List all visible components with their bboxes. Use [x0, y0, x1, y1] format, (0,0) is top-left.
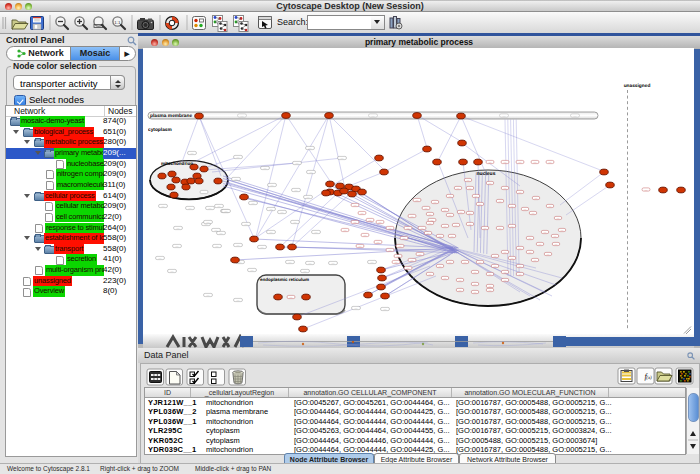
svg-text:(x): (x) [646, 375, 652, 381]
svg-text:nucleus: nucleus [477, 171, 496, 177]
svg-text:cytoplasm: cytoplasm [148, 127, 172, 133]
svg-text:unassigned: unassigned [624, 83, 651, 89]
svg-text:1:1: 1:1 [114, 20, 121, 25]
svg-text:endoplasmic reticulum: endoplasmic reticulum [260, 277, 309, 282]
svg-text:plasma membrane: plasma membrane [150, 113, 192, 119]
svg-text:mitochondrion: mitochondrion [161, 161, 193, 166]
